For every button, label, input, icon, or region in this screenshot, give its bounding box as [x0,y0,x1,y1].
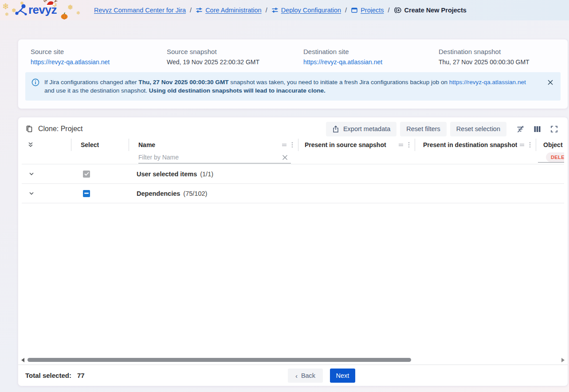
breadcrumb-item-command-center[interactable]: Revyz Command Center for Jira [94,7,186,14]
top-navbar: ❄ ❅ ❄ ❅ ❄ ❅ ❄ revyz [0,0,569,20]
total-selected-value: 77 [77,372,85,379]
wizard-footer: Total selected: 77 ‹ Back Next [18,365,568,386]
double-chevron-down-icon [27,141,34,148]
destination-snapshot-label: Destination snapshot [439,48,530,55]
total-selected-label: Total selected: [25,372,71,379]
clear-icon [282,155,288,160]
window-icon [351,7,358,14]
name-filter-input[interactable] [138,152,291,163]
column-menu-icon[interactable] [289,141,295,148]
source-site-field: Source site https://revyz-qa.atlassian.n… [31,48,167,66]
alert-close-button[interactable] [546,78,555,87]
drag-handle-icon[interactable] [281,141,288,148]
next-button[interactable]: Next [330,369,355,383]
snapshot-info-card: Source site https://revyz-qa.atlassian.n… [18,39,568,109]
object-status-filter: DELETED [538,152,564,163]
snowflake-icon: ❄ [76,11,80,16]
clone-plus-icon [394,6,402,14]
scroll-left-arrow[interactable] [21,358,24,362]
table-row: Dependencies (75/102) [22,184,564,203]
export-metadata-label: Export metadata [343,125,390,132]
revyz-logo[interactable]: ❄ ❅ ❄ ❅ ❄ ❅ ❄ revyz [0,0,94,20]
filter-destination-cell [415,151,536,164]
santa-hat-icon [43,0,58,7]
source-snapshot-value: Wed, 19 Nov 2025 22:00:32 GMT [167,58,303,66]
drag-handle-icon[interactable] [518,141,526,148]
drag-handle-icon[interactable] [397,141,404,148]
reset-selection-label: Reset selection [456,125,500,132]
indeterminate-icon [84,193,89,194]
row-name-cell: Dependencies (75/102) [129,190,298,197]
snowflake-icon: ❅ [67,4,73,11]
close-icon [547,79,553,85]
clone-title: Clone: Project [25,125,83,133]
snowflake-icon: ❄ [5,12,9,17]
export-icon [332,125,339,133]
header-destination-column: Present in destination snapshot [415,139,536,151]
clone-title-text: Clone: Project [38,125,83,133]
scrollbar-thumb[interactable] [27,358,411,362]
check-icon [84,172,89,176]
clone-table-card: Clone: Project Export metadata Reset fil… [18,117,568,386]
row-expander-cell [22,190,71,197]
destination-site-link[interactable]: https://revyz-qa.atlassian.net [303,58,439,66]
row-checkbox-indeterminate[interactable] [83,190,90,197]
source-site-link[interactable]: https://revyz-qa.atlassian.net [31,58,167,66]
delete-filter-chip[interactable]: DELETED [546,152,564,162]
header-source-column: Present in source snapshot [298,139,415,151]
columns-button[interactable] [530,122,544,136]
pumpkin-icon [60,12,68,19]
clear-name-filter-button[interactable] [281,153,289,161]
destination-column-label: Present in destination snapshot [423,141,517,148]
expand-row-button[interactable] [28,190,35,197]
breadcrumb-item-core-administration[interactable]: Core Administration [196,7,262,14]
name-column-icons [281,141,298,148]
back-button[interactable]: ‹ Back [288,369,323,383]
columns-icon [534,125,541,133]
page: ❄ ❅ ❄ ❅ ❄ ❅ ❄ revyz [0,0,569,392]
row-group-count: (75/102) [183,190,207,197]
alert-text-part3: and use it as the destination snapshot. [44,87,149,94]
disable-filters-button[interactable] [514,122,527,136]
source-snapshot-label: Source snapshot [167,48,303,55]
destination-site-field: Destination site https://revyz-qa.atlass… [303,48,439,66]
object-status-column-label: Object s [543,141,564,148]
snowflake-icon: ❄ [2,2,9,11]
reset-filters-button[interactable]: Reset filters [400,122,447,136]
column-menu-icon[interactable] [527,141,533,148]
reset-selection-button[interactable]: Reset selection [450,122,506,136]
export-metadata-button[interactable]: Export metadata [326,122,396,136]
column-menu-icon[interactable] [406,141,412,148]
fullscreen-button[interactable] [547,122,561,136]
row-group-count: (1/1) [200,171,213,178]
table-empty-area [18,203,568,357]
back-button-label: Back [301,372,315,379]
filter-object-status-cell: DELETED [536,151,564,164]
scrollbar-track[interactable] [27,358,559,362]
alert-site-link[interactable]: https://revyz-qa.atlassian.net [449,79,526,85]
alert-text-part2: snapshot was taken, you need to initiate… [229,79,449,85]
table-header-row: Select Name Present in source snapshot [22,139,564,151]
row-group-name: User selected items [137,171,197,178]
destination-site-label: Destination site [303,48,439,55]
table-toolbar: Clone: Project Export metadata Reset fil… [18,117,568,138]
expand-all-button[interactable] [27,141,34,148]
breadcrumb-item-create-new-projects: Create New Projects [394,6,467,14]
row-checkbox-checked-disabled[interactable] [83,171,90,178]
chevron-left-icon: ‹ [295,372,298,380]
row-select-cell [71,171,129,178]
scroll-right-arrow[interactable] [561,358,565,362]
breadcrumb-separator: / [190,7,192,14]
table-row: User selected items (1/1) [22,164,564,184]
fullscreen-icon [550,125,558,133]
alert-warning: Using old destination snapshots will lea… [149,87,326,94]
alert-date: Thu, 27 Nov 2025 00:00:30 GMT [138,79,228,85]
row-select-cell [71,190,129,197]
alert-message: If Jira configurations changed after Thu… [44,78,554,95]
breadcrumb-item-deploy-configuration[interactable]: Deploy Configuration [271,7,341,14]
info-icon [31,78,39,86]
expand-row-button[interactable] [28,171,35,178]
breadcrumb-item-projects[interactable]: Projects [351,7,384,14]
header-select-column: Select [71,139,129,151]
alert-text-part1: If Jira configurations changed after [44,79,138,85]
